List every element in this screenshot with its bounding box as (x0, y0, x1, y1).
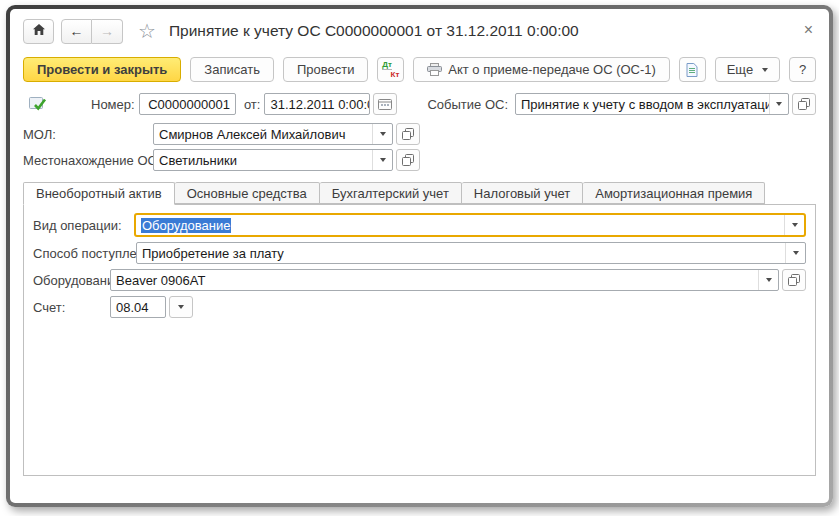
equipment-field[interactable]: Beaver 0906AT (110, 269, 779, 291)
window-title: Принятие к учету ОС С0000000001 от 31.12… (169, 22, 579, 40)
chevron-down-icon (792, 223, 798, 227)
dtkt-postings-button[interactable]: Дт Кт (377, 57, 404, 82)
tab-vneoborotny-aktiv[interactable]: Внеоборотный актив (23, 182, 175, 205)
method-field[interactable]: Приобретение за плату (136, 242, 806, 264)
printer-icon (427, 63, 442, 76)
print-act-label: Акт о приеме-передаче ОС (ОС-1) (448, 62, 656, 77)
more-button[interactable]: Еще (715, 57, 780, 82)
header-bar: ← → ☆ Принятие к учету ОС С0000000001 от… (23, 18, 816, 44)
tab-amortizacionnaya-premiya[interactable]: Амортизационная премия (583, 182, 765, 204)
method-row: Способ поступления: Приобретение за плат… (33, 242, 806, 264)
number-label: Номер: (91, 97, 135, 112)
post-button[interactable]: Провести (283, 57, 369, 82)
operation-row: Вид операции: Оборудование (33, 213, 806, 237)
back-arrow-icon: ← (70, 23, 84, 39)
tab-buhgalterskiy-uchet[interactable]: Бухгалтерский учет (320, 182, 462, 204)
number-value: С0000000001 (143, 97, 235, 112)
chevron-down-icon (776, 102, 782, 106)
event-dropdown-button[interactable] (769, 94, 788, 114)
mol-row: МОЛ: Смирнов Алексей Михайлович (23, 123, 816, 145)
chevron-down-icon (766, 278, 772, 282)
posted-status-icon (29, 97, 47, 112)
chevron-down-icon (178, 305, 184, 309)
chevron-down-icon (793, 251, 799, 255)
account-label: Счет: (33, 300, 110, 315)
calendar-icon (378, 98, 392, 110)
post-and-close-button[interactable]: Провести и закрыть (23, 57, 181, 82)
account-value: 08.04 (111, 300, 154, 315)
equipment-row: Оборудование: Beaver 0906AT (33, 269, 806, 291)
date-label: от: (244, 97, 261, 112)
operation-field[interactable]: Оборудование (134, 213, 806, 237)
event-open-button[interactable] (792, 93, 816, 115)
event-label: Событие ОС: (427, 97, 508, 112)
method-value: Приобретение за плату (137, 246, 289, 261)
date-field[interactable]: 31.12.2011 0:00:00 (264, 93, 370, 115)
forward-button[interactable]: → (92, 19, 123, 44)
chevron-down-icon (762, 68, 768, 72)
open-link-icon (402, 154, 414, 166)
home-icon (32, 23, 46, 39)
mol-dropdown-button[interactable] (372, 124, 392, 144)
number-date-row: Номер: С0000000001 от: 31.12.2011 0:00:0… (23, 93, 816, 115)
operation-value: Оборудование (141, 218, 231, 233)
account-field[interactable]: 08.04 (110, 296, 166, 318)
home-button[interactable] (23, 19, 54, 44)
tab-bar: Внеоборотный актив Основные средства Бух… (23, 182, 816, 204)
account-row: Счет: 08.04 (33, 296, 806, 318)
toolbar: Провести и закрыть Записать Провести Дт … (23, 56, 816, 83)
account-dropdown-button[interactable] (169, 296, 193, 318)
document-icon (686, 63, 698, 77)
location-row: Местонахождение ОС: Светильники (23, 149, 816, 171)
back-button[interactable]: ← (61, 19, 92, 44)
history-nav: ← → (61, 19, 123, 44)
chevron-down-icon (380, 158, 386, 162)
chevron-down-icon (380, 132, 386, 136)
location-label: Местонахождение ОС: (23, 153, 153, 168)
more-label: Еще (727, 62, 753, 77)
document-window: ← → ☆ Принятие к учету ОС С0000000001 от… (10, 9, 829, 503)
calendar-button[interactable] (373, 93, 397, 115)
location-open-button[interactable] (396, 149, 420, 171)
forward-arrow-icon: → (100, 23, 114, 39)
operation-dropdown-button[interactable] (784, 215, 804, 235)
equipment-value: Beaver 0906AT (111, 273, 210, 288)
method-dropdown-button[interactable] (785, 243, 805, 263)
number-field[interactable]: С0000000001 (139, 93, 236, 115)
equipment-open-button[interactable] (782, 269, 806, 291)
mol-open-button[interactable] (396, 123, 420, 145)
mol-label: МОЛ: (23, 127, 153, 142)
tab-nalogovy-uchet[interactable]: Налоговый учет (462, 182, 583, 204)
location-field[interactable]: Светильники (153, 149, 393, 171)
tab-osnovnye-sredstva[interactable]: Основные средства (175, 182, 320, 204)
open-link-icon (798, 98, 810, 110)
event-value: Принятие к учету с вводом в эксплуатацию (516, 97, 769, 112)
open-link-icon (402, 128, 414, 140)
date-value: 31.12.2011 0:00:00 (265, 97, 369, 112)
window-frame: ← → ☆ Принятие к учету ОС С0000000001 от… (6, 5, 833, 507)
location-value: Светильники (154, 153, 242, 168)
tab-panel: Вид операции: Оборудование Способ поступ… (23, 204, 816, 476)
method-label: Способ поступления: (33, 246, 136, 261)
close-icon[interactable]: × (804, 22, 813, 38)
equipment-label: Оборудование: (33, 273, 110, 288)
operation-label: Вид операции: (33, 218, 134, 233)
mol-value: Смирнов Алексей Михайлович (154, 127, 351, 142)
help-button[interactable]: ? (789, 57, 816, 82)
equipment-dropdown-button[interactable] (758, 270, 778, 290)
create-document-button[interactable] (679, 57, 706, 82)
open-link-icon (788, 274, 800, 286)
dtkt-icon: Дт Кт (381, 60, 400, 79)
favorite-star-icon[interactable]: ☆ (138, 21, 156, 41)
save-button[interactable]: Записать (190, 57, 274, 82)
print-act-button[interactable]: Акт о приеме-передаче ОС (ОС-1) (413, 57, 670, 82)
event-field[interactable]: Принятие к учету с вводом в эксплуатацию (515, 93, 789, 115)
mol-field[interactable]: Смирнов Алексей Михайлович (153, 123, 393, 145)
location-dropdown-button[interactable] (372, 150, 392, 170)
